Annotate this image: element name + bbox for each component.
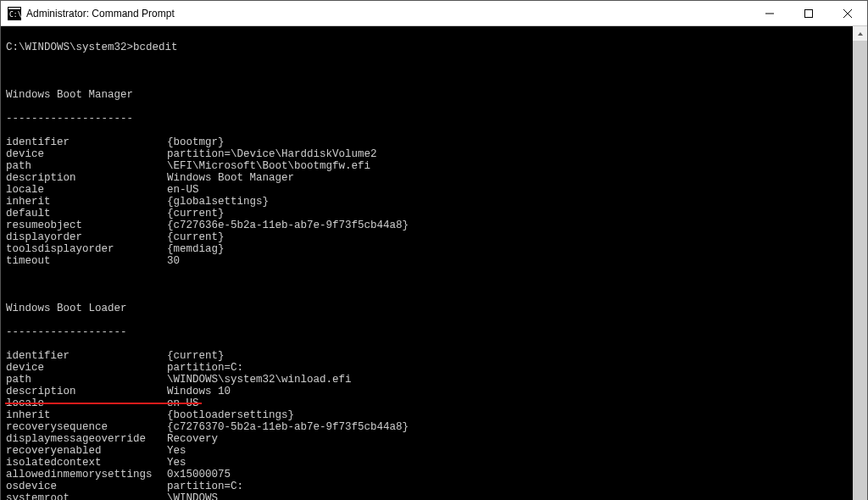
section-title: Windows Boot Loader <box>6 303 848 314</box>
output-value: {memdiag} <box>167 243 225 255</box>
output-row: timeout30 <box>6 255 848 267</box>
output-value: {c727636e-5b2a-11eb-ab7e-9f73f5cb44a8} <box>167 219 409 231</box>
output-row: recoveryenabledYes <box>6 445 848 457</box>
output-value: 0x15000075 <box>167 469 231 481</box>
output-value: Yes <box>167 457 186 469</box>
output-key: isolatedcontext <box>6 457 167 469</box>
output-row: path\EFI\Microsoft\Boot\bootmgfw.efi <box>6 160 848 172</box>
output-row: descriptionWindows 10 <box>6 386 848 397</box>
output-row: inherit{globalsettings} <box>6 196 848 208</box>
output-key: allowedinmemorysettings <box>6 469 167 481</box>
client-area: C:\WINDOWS\system32>bcdedit Windows Boot… <box>1 26 867 500</box>
output-key: description <box>6 386 167 397</box>
section-dashes: -------------------- <box>6 113 848 125</box>
vertical-scrollbar[interactable] <box>853 26 867 500</box>
output-value: en-US <box>167 184 199 196</box>
output-row: localeen-US <box>6 184 848 196</box>
scroll-thumb[interactable] <box>853 41 867 500</box>
output-key: displaymessageoverride <box>6 433 167 445</box>
output-value: {current} <box>167 208 225 219</box>
output-value: {bootloadersettings} <box>167 409 294 421</box>
output-row: allowedinmemorysettings0x15000075 <box>6 469 848 481</box>
output-key: locale <box>6 184 167 196</box>
output-value: {current} <box>167 231 225 243</box>
output-value: Yes <box>167 445 186 457</box>
output-value: partition=\Device\HarddiskVolume2 <box>167 148 377 160</box>
output-key: device <box>6 362 167 374</box>
output-key: device <box>6 148 167 160</box>
output-row: systemroot\WINDOWS <box>6 492 848 500</box>
console-output[interactable]: C:\WINDOWS\system32>bcdedit Windows Boot… <box>1 26 853 500</box>
output-key: osdevice <box>6 481 167 492</box>
output-key: path <box>6 160 167 172</box>
output-key: description <box>6 172 167 184</box>
output-row: displaymessageoverrideRecovery <box>6 433 848 445</box>
svg-rect-1 <box>8 8 20 9</box>
output-value: Windows 10 <box>167 386 231 397</box>
output-row: path\WINDOWS\system32\winload.efi <box>6 374 848 386</box>
output-key: path <box>6 374 167 386</box>
output-key: systemroot <box>6 492 167 500</box>
output-row: descriptionWindows Boot Manager <box>6 172 848 184</box>
output-value: {c7276370-5b2a-11eb-ab7e-9f73f5cb44a8} <box>167 421 409 433</box>
output-value: Windows Boot Manager <box>167 172 294 184</box>
app-window: C:\ Administrator: Command Prompt C:\WIN… <box>0 0 868 500</box>
output-value: 30 <box>167 255 180 267</box>
output-value: partition=C: <box>167 362 243 374</box>
output-value: {globalsettings} <box>167 196 269 208</box>
svg-rect-4 <box>805 9 813 17</box>
output-value: \EFI\Microsoft\Boot\bootmgfw.efi <box>167 160 370 172</box>
blank-line <box>6 279 848 291</box>
output-key: recoveryenabled <box>6 445 167 457</box>
output-key: default <box>6 208 167 219</box>
maximize-button[interactable] <box>789 1 828 26</box>
output-row: recoverysequence{c7276370-5b2a-11eb-ab7e… <box>6 421 848 433</box>
prompt-line: C:\WINDOWS\system32>bcdedit <box>6 42 848 53</box>
output-key: inherit <box>6 409 167 421</box>
output-row: identifier{bootmgr} <box>6 136 848 148</box>
cmd-icon: C:\ <box>8 7 21 20</box>
svg-text:C:\: C:\ <box>9 11 21 19</box>
scroll-up-button[interactable] <box>853 26 867 41</box>
scroll-track[interactable] <box>853 41 867 500</box>
output-row: resumeobject{c727636e-5b2a-11eb-ab7e-9f7… <box>6 219 848 231</box>
minimize-button[interactable] <box>750 1 789 26</box>
output-row: identifier{current} <box>6 350 848 362</box>
output-value: \WINDOWS\system32\winload.efi <box>167 374 352 386</box>
output-row: toolsdisplayorder{memdiag} <box>6 243 848 255</box>
output-value: {current} <box>167 350 225 362</box>
output-value: {bootmgr} <box>167 136 225 148</box>
output-value: \WINDOWS <box>167 492 218 500</box>
output-key: toolsdisplayorder <box>6 243 167 255</box>
output-key: identifier <box>6 350 167 362</box>
blank-line <box>6 65 848 77</box>
output-row: devicepartition=\Device\HarddiskVolume2 <box>6 148 848 160</box>
output-key: recoverysequence <box>6 421 167 433</box>
output-row: osdevicepartition=C: <box>6 481 848 492</box>
output-key: inherit <box>6 196 167 208</box>
section-title: Windows Boot Manager <box>6 89 848 101</box>
output-row: default{current} <box>6 208 848 219</box>
output-row: displayorder{current} <box>6 231 848 243</box>
section-dashes: ------------------- <box>6 326 848 338</box>
output-key: displayorder <box>6 231 167 243</box>
output-key: resumeobject <box>6 219 167 231</box>
window-title: Administrator: Command Prompt <box>26 8 175 19</box>
highlight-underline <box>5 403 202 404</box>
titlebar[interactable]: C:\ Administrator: Command Prompt <box>1 1 867 26</box>
output-row: isolatedcontextYes <box>6 457 848 469</box>
output-value: Recovery <box>167 433 218 445</box>
output-key: identifier <box>6 136 167 148</box>
close-button[interactable] <box>828 1 867 26</box>
output-row: devicepartition=C: <box>6 362 848 374</box>
output-row: inherit{bootloadersettings} <box>6 409 848 421</box>
output-key: timeout <box>6 255 167 267</box>
output-value: partition=C: <box>167 481 243 492</box>
